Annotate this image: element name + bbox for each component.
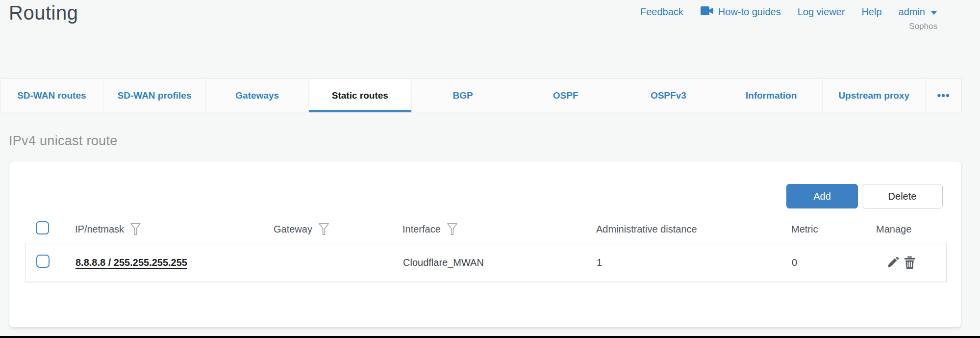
feedback-link[interactable]: Feedback <box>640 6 683 18</box>
pencil-icon[interactable] <box>886 256 899 269</box>
tab-ospf[interactable]: OSPF <box>514 79 617 112</box>
tab-sd-wan-routes[interactable]: SD-WAN routes <box>0 79 103 112</box>
header-links: Feedback How-to guides Log viewer Help a… <box>640 6 937 18</box>
routing-tabbar: SD-WAN routes SD-WAN profiles Gateways S… <box>0 78 962 112</box>
funnel-icon[interactable] <box>130 223 141 235</box>
static-routes-card: Add Delete IP/netmask Gateway <box>9 161 961 328</box>
row-administrative-distance-value: 1 <box>597 257 792 268</box>
tab-static-routes[interactable]: Static routes <box>309 79 412 112</box>
help-link[interactable]: Help <box>861 6 881 18</box>
window-bottom-edge <box>0 336 980 338</box>
admin-menu[interactable]: admin <box>899 6 937 18</box>
video-camera-icon <box>700 6 714 18</box>
column-manage: Manage <box>876 224 911 235</box>
tab-overflow-menu[interactable]: ••• <box>926 79 961 112</box>
tab-sd-wan-profiles[interactable]: SD-WAN profiles <box>103 79 206 112</box>
tab-information[interactable]: Information <box>720 79 823 112</box>
row-checkbox[interactable] <box>36 255 50 268</box>
row-interface-value: Cloudflare_MWAN <box>403 257 597 268</box>
tab-gateways[interactable]: Gateways <box>206 79 309 112</box>
chevron-down-icon <box>930 6 937 18</box>
log-viewer-link[interactable]: Log viewer <box>798 6 845 18</box>
column-gateway: Gateway <box>274 224 312 235</box>
column-metric: Metric <box>791 224 818 235</box>
section-title: IPv4 unicast route <box>9 133 962 149</box>
tab-upstream-proxy[interactable]: Upstream proxy <box>823 79 926 112</box>
funnel-icon[interactable] <box>447 223 458 235</box>
table-toolbar: Add Delete <box>9 161 961 208</box>
howto-guides-link[interactable]: How-to guides <box>700 6 781 18</box>
trash-icon[interactable] <box>904 256 916 269</box>
table-header: IP/netmask Gateway Interface <box>25 218 947 240</box>
column-ip-netmask: IP/netmask <box>75 224 124 235</box>
brand-label: Sophos <box>909 22 937 31</box>
page-title: Routing <box>9 2 78 24</box>
column-administrative-distance: Administrative distance <box>596 224 697 235</box>
page-header: Routing Feedback How-to guides Log viewe… <box>0 0 962 78</box>
column-interface: Interface <box>402 224 441 235</box>
row-metric-value: 0 <box>792 257 877 268</box>
delete-button[interactable]: Delete <box>862 184 943 208</box>
route-ip-netmask-link[interactable]: 8.8.8.8 / 255.255.255.255 <box>75 257 187 268</box>
tab-ospfv3[interactable]: OSPFv3 <box>617 79 720 112</box>
select-all-checkbox[interactable] <box>36 221 49 234</box>
tab-bgp[interactable]: BGP <box>412 79 515 112</box>
funnel-icon[interactable] <box>318 223 329 235</box>
add-button[interactable]: Add <box>786 184 858 208</box>
table-row: 8.8.8.8 / 255.255.255.255 Cloudflare_MWA… <box>25 243 947 282</box>
